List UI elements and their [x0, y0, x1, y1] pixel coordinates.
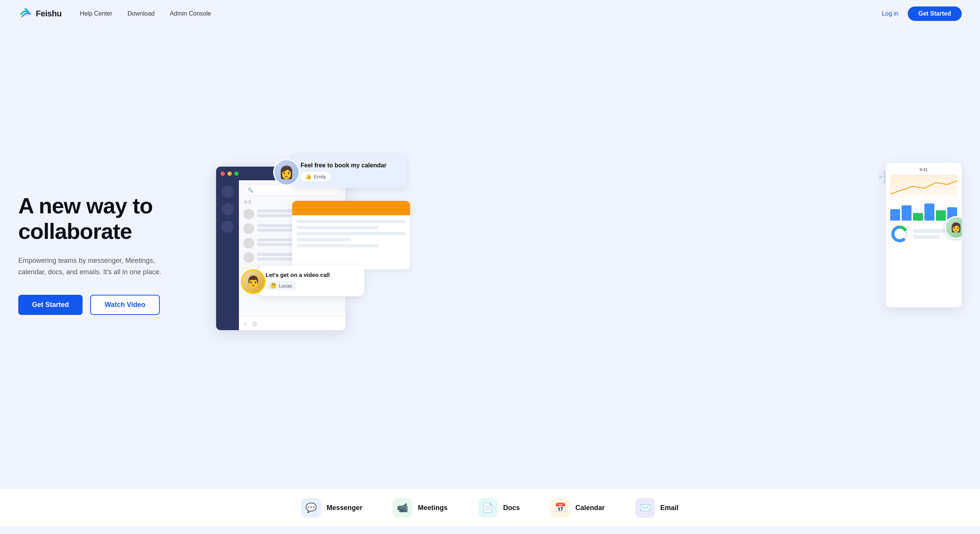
- nav-get-started-button[interactable]: Get Started: [908, 6, 962, 21]
- docs-icon: 📄: [482, 502, 493, 513]
- hero-get-started-button[interactable]: Get Started: [18, 295, 83, 315]
- feature-calendar-label: Calendar: [576, 504, 605, 512]
- hero-watch-video-button[interactable]: Watch Video: [90, 295, 160, 315]
- at-icon: @: [252, 321, 257, 327]
- bar-4: [924, 203, 934, 221]
- nav-help-center[interactable]: Help Center: [80, 10, 112, 17]
- nav-download[interactable]: Download: [127, 10, 154, 17]
- chat-sidebar: [216, 180, 239, 330]
- chat-input-area[interactable]: ☺ @: [239, 316, 345, 330]
- chat-avatar-1: [243, 209, 254, 219]
- calendar-header: [292, 201, 410, 215]
- feature-messenger[interactable]: 💬 Messenger: [301, 498, 362, 518]
- emily-bubble-text: Feel free to book my calendar: [301, 162, 398, 169]
- panel-time: 9:41: [890, 167, 957, 172]
- sidebar-icon-3: [221, 221, 234, 233]
- bar-2: [902, 205, 912, 221]
- hero-left: A new way to collaborate Empowering team…: [18, 193, 201, 315]
- cal-line: [297, 232, 406, 235]
- bar-1: [890, 209, 900, 221]
- window-dot-green: [234, 172, 239, 176]
- cal-line: [297, 226, 379, 229]
- feature-email-label: Email: [660, 504, 679, 512]
- lucas-avatar: 👨: [241, 269, 266, 294]
- cal-line: [297, 238, 351, 241]
- call-avatar-overlay: 👩: [945, 216, 962, 239]
- bar-3: [913, 213, 923, 221]
- calendar-icon: 📅: [555, 502, 566, 513]
- docs-icon-bg: 📄: [478, 498, 498, 518]
- feature-meetings[interactable]: 📹 Meetings: [393, 498, 447, 518]
- chat-avatar-2: [243, 223, 254, 234]
- login-button[interactable]: Log in: [882, 10, 899, 17]
- feature-meetings-label: Meetings: [418, 504, 447, 512]
- feature-docs-label: Docs: [503, 504, 520, 512]
- window-dot-yellow: [228, 172, 232, 176]
- meetings-icon: 📹: [397, 502, 408, 513]
- bar-5: [936, 210, 946, 221]
- features-bar: 💬 Messenger 📹 Meetings 📄 Docs 📅 Calendar…: [0, 488, 980, 527]
- feature-docs[interactable]: 📄 Docs: [478, 498, 520, 518]
- messenger-icon-bg: 💬: [301, 498, 321, 518]
- window-dot-red: [221, 172, 225, 176]
- lucas-name: Lucas: [279, 283, 292, 289]
- lucas-message-bubble: 👨 Let's get on a video call 🤔 Lucas: [258, 265, 364, 296]
- line-chart: [890, 175, 957, 198]
- emily-emoji: 👍: [305, 173, 312, 180]
- hero-title: A new way to collaborate: [18, 193, 201, 244]
- emoji-icon: ☺: [243, 321, 248, 327]
- logo-text: Feishu: [36, 9, 62, 19]
- chat-avatar-3: [243, 238, 254, 248]
- emily-avatar: 👩: [273, 159, 300, 186]
- hero-visual: ✈ 🔍 今天: [216, 155, 962, 353]
- nav-links: Help Center Download Admin Console: [80, 10, 882, 17]
- meetings-icon-bg: 📹: [393, 498, 412, 518]
- feature-calendar[interactable]: 📅 Calendar: [550, 498, 605, 518]
- lucas-emoji: 🤔: [270, 283, 277, 289]
- rp-label-2: [913, 235, 940, 239]
- calendar-content: [292, 215, 410, 255]
- lucas-reaction: 🤔 Lucas: [266, 281, 297, 290]
- nav-actions: Log in Get Started: [882, 6, 962, 21]
- lucas-bubble-text: Let's get on a video call: [266, 272, 357, 278]
- email-icon: ✉️: [640, 502, 651, 513]
- chat-avatar-4: [243, 252, 254, 263]
- search-icon: 🔍: [248, 188, 253, 193]
- analytics-panel-mock: 9:41 👩: [886, 163, 962, 307]
- logo[interactable]: Feishu: [18, 7, 62, 21]
- feature-messenger-label: Messenger: [326, 504, 362, 512]
- chart-svg: [890, 175, 957, 198]
- cal-line: [297, 220, 406, 223]
- sidebar-icon-1: [221, 186, 234, 198]
- cal-line: [297, 244, 379, 247]
- feature-email[interactable]: ✉️ Email: [635, 498, 679, 518]
- navbar: Feishu Help Center Download Admin Consol…: [0, 0, 980, 27]
- emily-message-bubble: 👩 Feel free to book my calendar 👍 Emily: [292, 155, 406, 188]
- calendar-strip-mock: [292, 201, 410, 269]
- sidebar-icon-2: [221, 203, 234, 215]
- hero-subtitle: Empowering teams by messenger, Meetings,…: [18, 255, 178, 278]
- emily-name: Emily: [314, 174, 326, 180]
- emily-reaction: 👍 Emily: [301, 172, 331, 181]
- donut-chart: [890, 224, 909, 243]
- chat-input-icons: ☺ @: [243, 321, 258, 327]
- nav-admin-console[interactable]: Admin Console: [170, 10, 211, 17]
- calendar-icon-bg: 📅: [550, 498, 570, 518]
- hero-section: A new way to collaborate Empowering team…: [0, 27, 980, 488]
- hero-buttons: Get Started Watch Video: [18, 295, 201, 315]
- email-icon-bg: ✉️: [635, 498, 655, 518]
- feishu-logo-icon: [18, 7, 32, 21]
- messenger-icon: 💬: [305, 502, 317, 513]
